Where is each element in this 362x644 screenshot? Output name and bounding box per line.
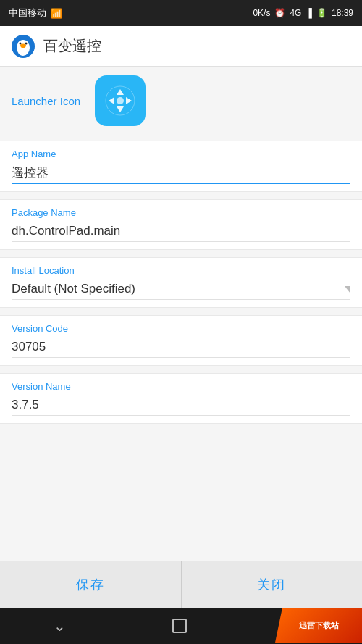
dropdown-arrow-icon xyxy=(345,286,350,293)
back-icon[interactable]: ⌄ xyxy=(54,617,66,635)
status-left: 中国移动 📶 xyxy=(9,7,62,20)
app-name-label: App Name xyxy=(12,149,350,159)
launcher-icon-image[interactable] xyxy=(95,75,146,126)
version-name-label: Version Name xyxy=(12,381,350,392)
version-code-value: 30705 xyxy=(12,338,350,358)
svg-point-4 xyxy=(20,42,22,44)
signal-icon: ▐ xyxy=(306,8,312,18)
launcher-icon-label: Launcher Icon xyxy=(12,95,80,107)
svg-point-5 xyxy=(25,42,28,44)
navigation-bar: ⌄ 迅雷下载站 xyxy=(0,608,362,644)
4g-badge: 4G xyxy=(290,8,301,18)
close-button[interactable]: 关闭 xyxy=(182,561,363,608)
version-code-section: Version Code 30705 xyxy=(0,315,362,366)
watermark-badge: 迅雷下载站 xyxy=(275,608,362,643)
svg-marker-11 xyxy=(109,97,114,104)
status-bar: 中国移动 📶 0K/s ⏰ 4G ▐ 🔋 18:39 xyxy=(0,0,362,26)
home-square-icon[interactable] xyxy=(172,619,187,633)
clock-icon: ⏰ xyxy=(274,8,285,18)
version-name-section: Version Name 3.7.5 xyxy=(0,373,362,424)
app-name-input[interactable] xyxy=(12,164,350,184)
dpad-icon xyxy=(104,85,136,117)
launcher-icon-section[interactable]: Launcher Icon xyxy=(0,67,362,135)
version-code-label: Version Code xyxy=(12,323,350,334)
package-name-value: dh.ControlPad.main xyxy=(12,222,350,242)
svg-point-7 xyxy=(21,46,25,48)
version-name-value: 3.7.5 xyxy=(12,396,350,416)
package-name-section: Package Name dh.ControlPad.main xyxy=(0,199,362,250)
time-label: 18:39 xyxy=(332,8,353,18)
app-header: 百变遥控 xyxy=(0,26,362,67)
bottom-action-bar: 保存 关闭 xyxy=(0,561,362,608)
status-right: 0K/s ⏰ 4G ▐ 🔋 18:39 xyxy=(253,8,353,18)
install-location-label: Install Location xyxy=(12,265,350,276)
carrier-label: 中国移动 xyxy=(9,7,46,20)
watermark-text: 迅雷下载站 xyxy=(299,620,339,631)
svg-marker-10 xyxy=(117,106,124,112)
svg-marker-12 xyxy=(126,97,132,104)
speed-label: 0K/s xyxy=(253,8,270,18)
save-button[interactable]: 保存 xyxy=(0,561,182,608)
install-location-value: Default (Not Specified) xyxy=(12,280,135,299)
content-area: Launcher Icon App Name Pack xyxy=(0,67,362,498)
package-name-label: Package Name xyxy=(12,207,350,218)
svg-marker-9 xyxy=(117,89,124,95)
battery-icon: 🔋 xyxy=(316,8,327,18)
carrier-icon: 📶 xyxy=(51,8,62,19)
install-location-section[interactable]: Install Location Default (Not Specified) xyxy=(0,257,362,308)
install-location-select[interactable]: Default (Not Specified) xyxy=(12,280,350,300)
svg-point-13 xyxy=(117,97,124,104)
app-title: 百变遥控 xyxy=(43,36,101,56)
app-logo xyxy=(10,33,36,59)
app-name-section: App Name xyxy=(0,141,362,192)
